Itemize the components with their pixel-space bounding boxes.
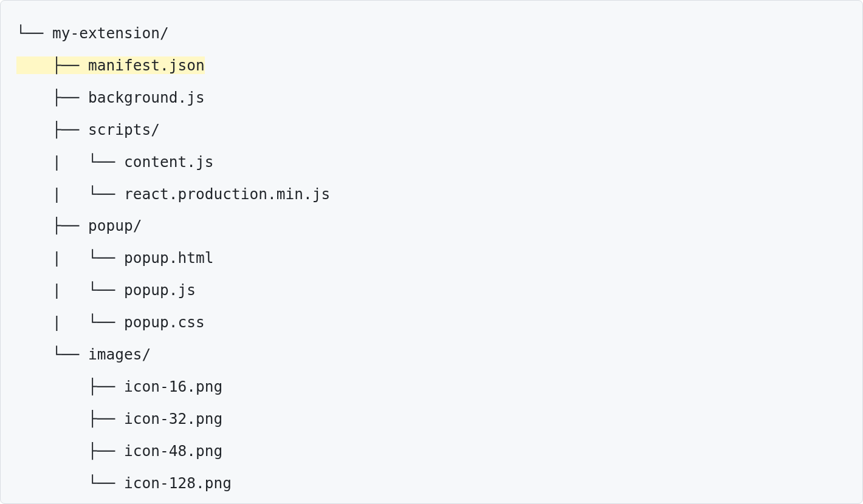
tree-line: | └── content.js (16, 146, 847, 179)
tree-prefix: ├── (16, 217, 88, 234)
tree-line: └── icon-128.png (16, 468, 847, 500)
directory-tree-block: └── my-extension/ ├── manifest.json ├── … (0, 0, 863, 504)
tree-prefix: ├── (16, 378, 124, 395)
tree-line-highlight: ├── manifest.json (16, 56, 205, 74)
tree-prefix: └── (16, 24, 52, 42)
tree-prefix: | └── (16, 153, 124, 171)
tree-prefix: | └── (16, 249, 124, 267)
tree-node-name: popup/ (88, 217, 142, 234)
tree-node-name: content.js (124, 153, 214, 171)
tree-node-name: manifest.json (88, 56, 205, 74)
tree-line: └── my-extension/ (16, 18, 847, 50)
tree-line: ├── icon-16.png (16, 371, 847, 403)
tree-prefix: ├── (16, 410, 124, 427)
tree-prefix: ├── (16, 121, 88, 138)
tree-node-name: popup.html (124, 249, 214, 267)
tree-node-name: background.js (88, 89, 205, 106)
tree-node-name: icon-128.png (124, 474, 232, 492)
tree-line: | └── popup.html (16, 242, 847, 274)
tree-node-name: popup.css (124, 313, 205, 331)
tree-line: ├── icon-32.png (16, 403, 847, 435)
tree-prefix: | └── (16, 313, 124, 331)
tree-line: | └── popup.js (16, 274, 847, 307)
tree-line: | └── popup.css (16, 307, 847, 339)
tree-line: | └── react.production.min.js (16, 179, 847, 211)
tree-prefix: ├── (16, 442, 124, 460)
tree-node-name: scripts/ (88, 121, 160, 138)
tree-line: └── images/ (16, 339, 847, 371)
tree-prefix: | └── (16, 281, 124, 299)
tree-line: ├── background.js (16, 82, 847, 114)
tree-node-name: icon-16.png (124, 378, 222, 395)
tree-prefix: ├── (16, 89, 88, 106)
tree-line: ├── scripts/ (16, 114, 847, 146)
tree-line: ├── icon-48.png (16, 435, 847, 468)
tree-prefix: | └── (16, 185, 124, 203)
tree-node-name: images/ (88, 346, 151, 363)
tree-line: ├── popup/ (16, 210, 847, 242)
tree-prefix: └── (16, 346, 88, 363)
tree-node-name: icon-48.png (124, 442, 222, 460)
tree-prefix: └── (16, 474, 124, 492)
tree-line: ├── manifest.json (16, 50, 847, 82)
tree-node-name: react.production.min.js (124, 185, 330, 203)
tree-prefix: ├── (16, 56, 88, 74)
tree-node-name: popup.js (124, 281, 196, 299)
tree-node-name: icon-32.png (124, 410, 222, 427)
tree-node-name: my-extension/ (52, 24, 169, 42)
